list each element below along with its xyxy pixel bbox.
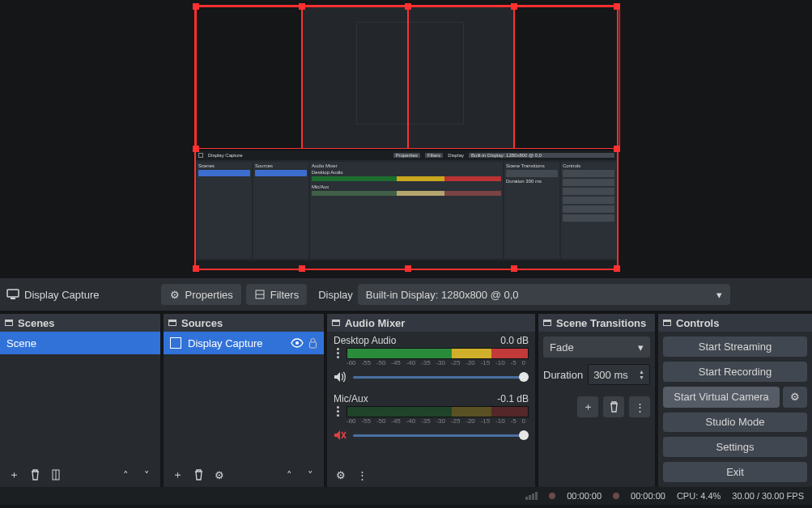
controls-title: Controls: [676, 317, 719, 329]
chevron-down-icon: ˅: [144, 469, 150, 481]
settings-button[interactable]: Settings: [663, 437, 807, 457]
controls-panel: Controls Start Streaming Start Recording…: [658, 314, 812, 487]
display-label: Display: [318, 289, 353, 301]
stream-time: 00:00:00: [567, 491, 602, 501]
mixer-channel-mic: Mic/Aux -0.1 dB -60-55-50-45-40-35-30-25…: [327, 390, 535, 448]
display-select[interactable]: Built-in Display: 1280x800 @ 0,0 ▾: [358, 284, 730, 305]
monitor-icon: [170, 337, 181, 349]
exit-button[interactable]: Exit: [663, 462, 807, 482]
source-item[interactable]: Display Capture: [164, 332, 324, 354]
remove-scene-button[interactable]: [24, 464, 45, 485]
dock-icon: [332, 320, 340, 326]
properties-label: Properties: [185, 289, 233, 301]
dock-icon: [663, 320, 671, 326]
duration-value: 300 ms: [593, 369, 628, 381]
cpu-usage: CPU: 4.4%: [677, 491, 721, 501]
move-scene-up-button[interactable]: ˄: [115, 464, 136, 485]
channel-meter: [346, 348, 529, 359]
svg-rect-0: [7, 290, 19, 297]
status-bar: 00:00:00 00:00:00 CPU: 4.4% 30.00 / 30.0…: [0, 487, 812, 505]
monitor-icon: [6, 289, 19, 300]
eye-icon[interactable]: [291, 338, 304, 348]
scene-item-label: Scene: [6, 337, 36, 349]
volume-slider[interactable]: [353, 376, 529, 379]
mixer-menu-button[interactable]: ⋮: [351, 464, 372, 485]
kebab-icon: ⋮: [357, 469, 368, 481]
chevron-down-icon: ˅: [308, 469, 313, 481]
dock-icon: [5, 320, 13, 326]
start-recording-button[interactable]: Start Recording: [663, 362, 807, 382]
virtual-camera-settings-button[interactable]: ⚙: [783, 387, 807, 408]
transitions-title: Scene Transitions: [556, 317, 646, 329]
remove-transition-button[interactable]: [603, 396, 624, 417]
studio-mode-button[interactable]: Studio Mode: [663, 413, 807, 433]
plus-icon: ＋: [172, 468, 183, 482]
gear-icon: ⚙: [215, 469, 224, 481]
channel-name: Desktop Audio: [334, 335, 396, 346]
properties-button[interactable]: ⚙ Properties: [161, 284, 241, 305]
duration-spinbox[interactable]: 300 ms ▲▼: [588, 364, 650, 385]
transition-select[interactable]: Fade ▾: [543, 337, 650, 358]
spin-down-icon[interactable]: ▼: [639, 375, 644, 380]
source-properties-button[interactable]: ⚙: [209, 464, 230, 485]
channel-meter: [346, 406, 529, 417]
channel-name: Mic/Aux: [334, 393, 368, 404]
mixer-settings-button[interactable]: ⚙: [330, 464, 351, 485]
kebab-icon: ⋮: [635, 401, 645, 413]
move-source-up-button[interactable]: ˄: [278, 464, 300, 485]
chevron-down-icon: ▾: [716, 289, 722, 301]
plus-icon: ＋: [9, 468, 19, 482]
transitions-panel: Scene Transitions Fade ▾ Duration 300 ms…: [538, 314, 655, 487]
fps-counter: 30.00 / 30.00 FPS: [732, 491, 804, 501]
record-time: 00:00:00: [631, 491, 665, 501]
spin-up-icon[interactable]: ▲: [639, 369, 644, 375]
channel-menu-button[interactable]: [334, 348, 342, 358]
channel-menu-button[interactable]: [334, 406, 342, 417]
speaker-icon[interactable]: [334, 370, 346, 383]
audio-mixer-panel: Audio Mixer Desktop Audio 0.0 dB -60-55-…: [327, 314, 535, 487]
source-toolbar: Display Capture ⚙ Properties Filters Dis…: [0, 278, 812, 311]
start-streaming-button[interactable]: Start Streaming: [663, 337, 807, 357]
filters-label: Filters: [270, 289, 299, 301]
chevron-up-icon: ˄: [287, 469, 292, 481]
meter-ticks: -60-55-50-45-40-35-30-25-20-15-10-50: [346, 359, 525, 369]
meter-ticks: -60-55-50-45-40-35-30-25-20-15-10-50: [346, 417, 525, 427]
preview-canvas[interactable]: Display Capture Properties Filters Displ…: [0, 0, 812, 278]
selected-source-name: Display Capture: [24, 289, 100, 301]
scene-filters-button[interactable]: [45, 464, 66, 485]
move-source-down-button[interactable]: ˅: [300, 464, 321, 485]
transition-value: Fade: [550, 341, 574, 353]
record-status-dot: [613, 493, 619, 499]
svg-rect-1: [11, 298, 15, 299]
sources-panel: Sources Display Capture ＋: [164, 314, 324, 487]
lock-icon[interactable]: [308, 338, 317, 349]
add-scene-button[interactable]: ＋: [3, 464, 24, 485]
gear-icon: ⚙: [169, 289, 181, 300]
filter-icon: [254, 289, 266, 300]
chevron-up-icon: ˄: [123, 469, 129, 481]
source-item-label: Display Capture: [188, 337, 263, 349]
scenes-title: Scenes: [18, 317, 55, 329]
add-source-button[interactable]: ＋: [167, 464, 188, 485]
svg-rect-7: [310, 342, 317, 348]
scene-item[interactable]: Scene: [0, 332, 160, 354]
trash-icon: [193, 469, 204, 480]
trash-icon: [609, 401, 619, 413]
dock-icon: [543, 320, 551, 326]
dock-icon: [168, 320, 176, 326]
mixer-title: Audio Mixer: [345, 317, 405, 329]
transition-menu-button[interactable]: ⋮: [629, 396, 650, 417]
speaker-muted-icon[interactable]: [334, 429, 346, 442]
stream-status-dot: [549, 493, 555, 499]
svg-point-6: [295, 341, 299, 345]
start-virtual-camera-button[interactable]: Start Virtual Camera: [663, 387, 780, 408]
source-selection-outline[interactable]: [194, 5, 619, 270]
chevron-down-icon: ▾: [638, 341, 644, 353]
add-transition-button[interactable]: ＋: [577, 396, 598, 417]
plus-icon: ＋: [583, 400, 593, 414]
volume-slider[interactable]: [353, 434, 529, 437]
scenes-panel: Scenes Scene ＋ ˄ ˅: [0, 314, 160, 487]
filters-button[interactable]: Filters: [246, 284, 307, 305]
move-scene-down-button[interactable]: ˅: [136, 464, 157, 485]
remove-source-button[interactable]: [188, 464, 209, 485]
